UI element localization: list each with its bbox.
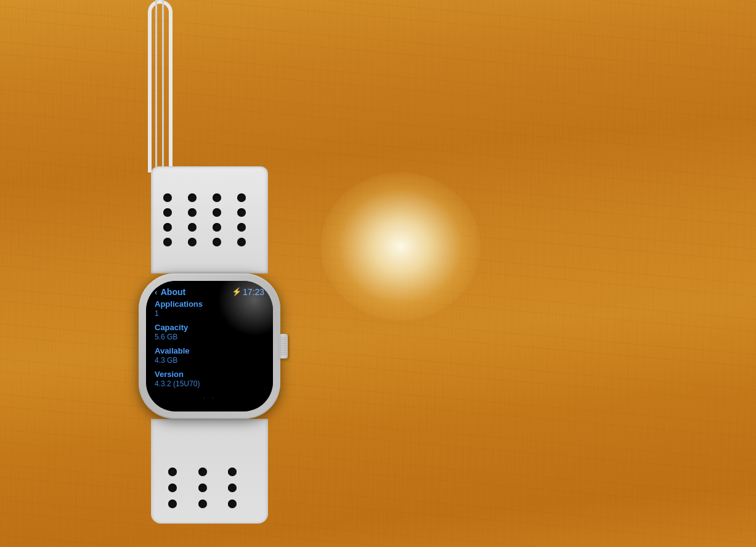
capacity-row: Capacity 5.6 GB bbox=[155, 323, 264, 341]
band-hole bbox=[188, 238, 197, 246]
band-hole bbox=[163, 208, 172, 217]
band-hole bbox=[163, 223, 172, 232]
chevron-left-icon: ‹ bbox=[155, 288, 157, 297]
band-hole bbox=[228, 468, 237, 476]
back-label: About bbox=[161, 287, 185, 297]
version-label: Version bbox=[155, 370, 264, 379]
band-hole bbox=[237, 208, 246, 217]
band-hole bbox=[168, 500, 177, 508]
band-hole bbox=[213, 223, 221, 232]
current-time: 17:23 bbox=[243, 287, 264, 297]
band-hole bbox=[213, 238, 221, 246]
band-hole bbox=[213, 193, 221, 202]
version-value: 4.3.2 (15U70) bbox=[155, 379, 264, 388]
pagination-indicator: . . bbox=[155, 393, 264, 400]
band-hole bbox=[228, 484, 237, 492]
available-row: Available 4.3 GB bbox=[155, 346, 264, 365]
digital-crown[interactable] bbox=[279, 334, 288, 359]
band-hole bbox=[188, 193, 197, 202]
watch-body: ‹ About ⚡ 17:23 Applications 1 Capacity … bbox=[139, 274, 280, 419]
band-hole bbox=[188, 223, 197, 232]
band-hole bbox=[163, 238, 172, 246]
applications-label: Applications bbox=[155, 299, 264, 309]
capacity-label: Capacity bbox=[155, 323, 264, 332]
back-button[interactable]: ‹ About bbox=[155, 287, 185, 297]
watch-band-top bbox=[151, 166, 268, 274]
screen-header: ‹ About ⚡ 17:23 bbox=[155, 287, 264, 297]
crown-texture bbox=[280, 336, 287, 356]
band-hole bbox=[237, 238, 246, 246]
apple-watch: ‹ About ⚡ 17:23 Applications 1 Capacity … bbox=[105, 166, 314, 524]
applications-row: Applications 1 bbox=[155, 299, 264, 318]
available-value: 4.3 GB bbox=[155, 356, 264, 365]
watch-screen[interactable]: ‹ About ⚡ 17:23 Applications 1 Capacity … bbox=[146, 281, 273, 412]
screen-content: ‹ About ⚡ 17:23 Applications 1 Capacity … bbox=[146, 281, 273, 412]
available-label: Available bbox=[155, 346, 264, 355]
band-holes-bottom bbox=[151, 461, 268, 514]
band-hole bbox=[168, 484, 177, 492]
band-hole bbox=[237, 193, 246, 202]
band-hole bbox=[237, 223, 246, 232]
band-hole bbox=[198, 468, 207, 476]
charging-icon: ⚡ bbox=[232, 287, 242, 296]
time-display: ⚡ 17:23 bbox=[232, 287, 264, 297]
band-holes-top bbox=[151, 184, 268, 256]
band-hole bbox=[228, 500, 237, 508]
band-hole bbox=[198, 500, 207, 508]
applications-value: 1 bbox=[155, 309, 264, 318]
band-hole bbox=[188, 208, 197, 217]
capacity-value: 5.6 GB bbox=[155, 333, 264, 341]
band-hole bbox=[198, 484, 207, 492]
cable-detail bbox=[155, 0, 164, 172]
watch-band-bottom bbox=[151, 419, 268, 524]
version-row: Version 4.3.2 (15U70) bbox=[155, 370, 264, 388]
band-hole bbox=[213, 208, 221, 217]
band-hole bbox=[163, 193, 172, 202]
band-hole bbox=[168, 468, 177, 476]
